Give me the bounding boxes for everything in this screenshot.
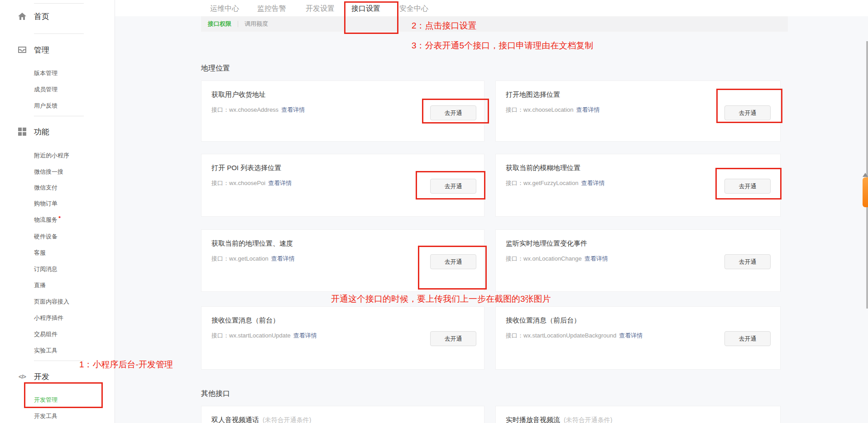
open-api-button[interactable]: 去开通 xyxy=(724,331,771,346)
view-details-link[interactable]: 查看详情 xyxy=(281,106,305,113)
api-card: 监听实时地理位置变化事件 接口：wx.onLocationChange查看详情 … xyxy=(495,229,781,292)
open-api-button[interactable]: 去开通 xyxy=(724,179,771,194)
view-details-link[interactable]: 查看详情 xyxy=(576,106,600,113)
other-api-card: 双人音视频通话(未符合开通条件) xyxy=(201,406,484,423)
tab-api-settings[interactable]: 接口设置 xyxy=(351,4,380,14)
view-details-link[interactable]: 查看详情 xyxy=(271,255,295,262)
view-details-link[interactable]: 查看详情 xyxy=(293,332,317,339)
api-card-title: 获取当前的地理位置、速度 xyxy=(211,239,293,248)
api-card-title: 接收位置消息（前台） xyxy=(211,316,279,325)
sidebar-item-logistics[interactable]: 物流服务• xyxy=(34,216,61,224)
api-card-desc: 接口：wx.onLocationChange查看详情 xyxy=(506,255,608,263)
api-name: wx.getFuzzyLocation xyxy=(523,180,578,186)
view-details-link[interactable]: 查看详情 xyxy=(581,180,604,186)
api-name: wx.chooseAddress xyxy=(229,106,278,113)
api-name: wx.startLocationUpdateBackground xyxy=(523,332,616,339)
subtab-api-permission[interactable]: 接口权限 xyxy=(208,20,231,28)
api-card-desc: 接口：wx.getFuzzyLocation查看详情 xyxy=(506,179,604,187)
subtabs-bar: 接口权限 调用额度 xyxy=(201,16,788,32)
divider xyxy=(34,116,84,116)
api-name: wx.startLocationUpdate xyxy=(229,332,291,339)
api-card-desc: 接口：wx.startLocationUpdateBackground查看详情 xyxy=(506,332,643,340)
api-card-title: 打开 POI 列表选择位置 xyxy=(211,164,281,172)
code-icon: </> xyxy=(17,371,27,381)
api-label: 接口： xyxy=(211,106,229,113)
sidebar-item-label: 首页 xyxy=(34,11,49,22)
api-card: 获取当前的模糊地理位置 接口：wx.getFuzzyLocation查看详情 去… xyxy=(495,154,781,217)
sidebar-item-plugin[interactable]: 小程序插件 xyxy=(34,314,63,322)
sidebar-item-home[interactable]: 首页 xyxy=(0,9,115,24)
api-card-title: 双人音视频通话(未符合开通条件) xyxy=(211,416,311,423)
subtab-call-quota[interactable]: 调用额度 xyxy=(245,20,268,28)
open-api-button[interactable]: 去开通 xyxy=(724,254,771,269)
sidebar-item-feedback[interactable]: 用户反馈 xyxy=(34,102,58,110)
api-card-desc: 接口：wx.getLocation查看详情 xyxy=(211,255,295,263)
divider xyxy=(34,33,84,34)
sidebar-section-develop[interactable]: </> 开发 xyxy=(0,369,115,384)
api-card: 获取当前的地理位置、速度 接口：wx.getLocation查看详情 去开通 xyxy=(201,229,484,292)
new-badge-dot: • xyxy=(58,213,61,221)
main-content: 运维中心 监控告警 开发设置 接口设置 安全中心 接口权限 调用额度 地理位置 … xyxy=(115,0,868,423)
tab-ops-center[interactable]: 运维中心 xyxy=(210,4,239,14)
api-card: 接收位置消息（前台） 接口：wx.startLocationUpdate查看详情… xyxy=(201,306,484,370)
divider xyxy=(238,21,238,27)
api-card-title: 接收位置消息（前后台） xyxy=(506,316,580,325)
api-card: 获取用户收货地址 接口：wx.chooseAddress查看详情 去开通 xyxy=(201,81,484,142)
tab-monitor-alert[interactable]: 监控告警 xyxy=(257,4,286,14)
api-label: 接口： xyxy=(506,106,523,113)
sidebar-item-live[interactable]: 直播 xyxy=(34,281,46,290)
open-api-button[interactable]: 去开通 xyxy=(430,179,476,194)
grid-icon xyxy=(17,127,27,137)
other-api-title: 双人音视频通话 xyxy=(211,416,259,423)
api-name: wx.choosePoi xyxy=(229,180,265,186)
api-card-title: 监听实时地理位置变化事件 xyxy=(506,239,587,248)
annotation-step3: 3：分表开通5个接口，接口申请理由在文档复制 xyxy=(412,40,593,52)
sidebar-item-devmanage[interactable]: 开发管理 xyxy=(34,396,58,404)
api-card-title: 实时播放音视频流(未符合开通条件) xyxy=(506,416,612,423)
sidebar-item-nearby[interactable]: 附近的小程序 xyxy=(34,152,69,160)
sidebar-item-pay[interactable]: 微信支付 xyxy=(34,184,58,192)
section-title-other: 其他接口 xyxy=(201,389,230,399)
api-card-desc: 接口：wx.chooseLocation查看详情 xyxy=(506,106,600,114)
api-card-desc: 接口：wx.choosePoi查看详情 xyxy=(211,179,292,187)
home-icon xyxy=(17,11,27,21)
other-api-title: 实时播放音视频流 xyxy=(506,416,560,423)
sidebar-item-trade[interactable]: 交易组件 xyxy=(34,330,58,338)
annotation-step1: 1：小程序后台-开发管理 xyxy=(79,359,173,371)
open-api-button[interactable]: 去开通 xyxy=(430,105,476,120)
sidebar-item-hardware[interactable]: 硬件设备 xyxy=(34,233,58,241)
view-details-link[interactable]: 查看详情 xyxy=(619,332,643,339)
sidebar-section-feature[interactable]: 功能 xyxy=(0,124,115,139)
sidebar-section-label: 管理 xyxy=(34,45,49,55)
open-api-button[interactable]: 去开通 xyxy=(724,105,771,120)
open-api-button[interactable]: 去开通 xyxy=(430,254,476,269)
sidebar-item-service[interactable]: 客服 xyxy=(34,249,46,257)
view-details-link[interactable]: 查看详情 xyxy=(585,255,608,262)
api-card-title: 获取用户收货地址 xyxy=(211,90,266,99)
sidebar-item-subscribe[interactable]: 订阅消息 xyxy=(34,265,58,273)
api-label: 接口： xyxy=(506,332,523,339)
sidebar-item-version[interactable]: 版本管理 xyxy=(34,69,58,77)
api-card: 打开 POI 列表选择位置 接口：wx.choosePoi查看详情 去开通 xyxy=(201,154,484,217)
api-label: 接口： xyxy=(211,255,229,262)
annotation-note: 开通这个接口的时候，要上传我们上一步在截图的3张图片 xyxy=(331,293,551,305)
sidebar-item-lab[interactable]: 实验工具 xyxy=(34,347,58,355)
api-name: wx.onLocationChange xyxy=(523,255,582,262)
tabs-bar: 运维中心 监控告警 开发设置 接口设置 安全中心 xyxy=(115,0,868,16)
sidebar-item-devtools[interactable]: 开发工具 xyxy=(34,412,58,420)
tab-security-center[interactable]: 安全中心 xyxy=(399,4,428,14)
api-card-desc: 接口：wx.startLocationUpdate查看详情 xyxy=(211,332,317,340)
sidebar-item-search[interactable]: 微信搜一搜 xyxy=(34,168,63,176)
divider xyxy=(34,361,84,361)
sidebar-section-label: 开发 xyxy=(34,371,49,382)
sidebar-section-manage[interactable]: 管理 xyxy=(0,42,115,57)
sidebar-item-pagecontent[interactable]: 页面内容接入 xyxy=(34,298,69,306)
tab-dev-settings[interactable]: 开发设置 xyxy=(306,4,335,14)
view-details-link[interactable]: 查看详情 xyxy=(268,180,292,186)
sidebar-item-orders[interactable]: 购物订单 xyxy=(34,200,58,208)
sidebar-item-members[interactable]: 成员管理 xyxy=(34,86,58,94)
api-label: 接口： xyxy=(506,255,523,262)
scrollbar-handle[interactable] xyxy=(863,177,868,207)
annotation-step2: 2：点击接口设置 xyxy=(412,20,477,32)
open-api-button[interactable]: 去开通 xyxy=(430,331,476,346)
